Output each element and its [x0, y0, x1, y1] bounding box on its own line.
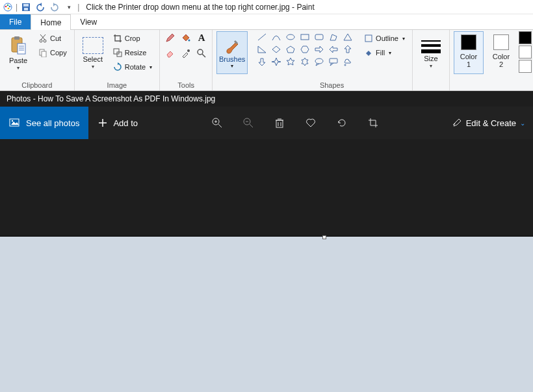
svg-point-2: [7, 4, 9, 6]
svg-marker-48: [11, 122, 19, 125]
svg-point-27: [287, 34, 294, 40]
shape-callout-cloud[interactable]: [341, 56, 354, 68]
palette-color[interactable]: [519, 31, 532, 44]
shape-triangle[interactable]: [341, 31, 354, 43]
color2-swatch: [493, 34, 509, 50]
tab-view[interactable]: View: [71, 14, 106, 29]
group-label-clipboard: Clipboard: [4, 80, 70, 90]
tab-home[interactable]: Home: [31, 14, 71, 30]
text-tool[interactable]: A: [195, 31, 208, 44]
shape-right-triangle[interactable]: [255, 44, 268, 55]
size-button[interactable]: Size ▾: [417, 31, 445, 74]
svg-marker-35: [301, 46, 309, 53]
fill-label: Fill: [376, 49, 385, 57]
svg-rect-10: [18, 44, 25, 54]
shape-callout-rect[interactable]: [327, 56, 340, 68]
shape-curve[interactable]: [270, 31, 283, 43]
paste-button[interactable]: Paste ▾: [4, 31, 32, 74]
magnifier-tool[interactable]: [195, 47, 208, 60]
shape-hexagon[interactable]: [298, 44, 311, 55]
chevron-down-icon: ▾: [402, 36, 405, 42]
shape-rect[interactable]: [298, 31, 311, 43]
color1-label: Color 1: [460, 53, 477, 68]
select-button[interactable]: Select ▾: [79, 31, 107, 74]
save-button[interactable]: [20, 1, 32, 13]
crop-button[interactable]: [358, 107, 389, 139]
svg-point-4: [8, 7, 10, 9]
shape-diamond[interactable]: [270, 44, 283, 55]
chevron-down-icon: ▾: [389, 50, 391, 56]
svg-line-17: [40, 34, 45, 40]
undo-button[interactable]: [34, 1, 46, 13]
color-picker-tool[interactable]: [179, 47, 192, 60]
add-to-button[interactable]: Add to: [88, 107, 147, 139]
shape-roundrect[interactable]: [313, 31, 326, 43]
group-label-size: [417, 80, 445, 90]
edit-create-button[interactable]: Edit & Create ⌄: [444, 118, 533, 128]
shape-arrow-left[interactable]: [327, 44, 340, 55]
eraser-tool[interactable]: [164, 47, 177, 60]
palette-color[interactable]: [519, 46, 532, 59]
copy-button[interactable]: Copy: [35, 46, 70, 60]
delete-button[interactable]: [264, 107, 295, 139]
shape-6star[interactable]: [298, 56, 311, 68]
see-all-photos-button[interactable]: See all photos: [0, 107, 88, 139]
customize-qat-button[interactable]: ▾: [63, 1, 75, 13]
shape-5star[interactable]: [284, 56, 297, 68]
svg-rect-29: [315, 34, 323, 40]
separator: |: [77, 3, 79, 12]
paste-label: Paste: [9, 57, 27, 64]
zoom-out-button[interactable]: [233, 107, 264, 139]
rotate-button[interactable]: Rotate ▾: [110, 60, 155, 74]
shapes-gallery[interactable]: [255, 31, 354, 68]
zoom-in-button[interactable]: [202, 107, 233, 139]
shape-oval[interactable]: [284, 31, 297, 43]
fill-tool[interactable]: [179, 31, 192, 44]
svg-rect-46: [365, 35, 372, 42]
shape-arrow-up[interactable]: [341, 44, 354, 55]
photos-titlebar: Photos - How To Save A Screenshot As PDF…: [0, 91, 533, 107]
svg-point-22: [188, 40, 190, 42]
shape-pentagon[interactable]: [284, 44, 297, 55]
svg-marker-40: [272, 58, 281, 66]
svg-point-23: [187, 49, 190, 52]
group-brushes: Brushes ▾: [213, 30, 252, 90]
color2-button[interactable]: Color 2: [486, 31, 516, 74]
shape-polygon[interactable]: [327, 31, 340, 43]
favorite-button[interactable]: [295, 107, 326, 139]
shape-line[interactable]: [255, 31, 268, 43]
chevron-down-icon: ▾: [150, 64, 152, 70]
fill-button[interactable]: Fill ▾: [361, 46, 408, 60]
photos-toolbar: See all photos Add to Edit & Create ⌄: [0, 107, 533, 139]
group-label-image: Image: [79, 80, 155, 90]
tab-file[interactable]: File: [0, 14, 31, 29]
color1-button[interactable]: Color 1: [454, 31, 484, 74]
ribbon: Paste ▾ Cut Copy Clipboard Select ▾: [0, 30, 533, 91]
color1-swatch: [461, 34, 476, 50]
palette-color[interactable]: [519, 60, 532, 73]
shape-arrow-right[interactable]: [313, 44, 326, 55]
outline-button[interactable]: Outline ▾: [361, 31, 408, 46]
group-label-brushes: [216, 80, 248, 90]
add-to-label: Add to: [113, 118, 138, 128]
chevron-down-icon: ▾: [430, 63, 432, 69]
cut-button[interactable]: Cut: [35, 31, 70, 46]
redo-button[interactable]: [49, 1, 60, 13]
resize-button[interactable]: Resize: [110, 46, 155, 60]
pencil-tool[interactable]: [164, 31, 177, 44]
brushes-button[interactable]: Brushes ▾: [216, 31, 248, 74]
shape-4star[interactable]: [270, 56, 283, 68]
group-label-tools: Tools: [164, 80, 208, 90]
svg-marker-37: [330, 46, 337, 53]
group-image: Select ▾ Crop Resize Rotate ▾ Image: [75, 30, 160, 90]
shape-callout-round[interactable]: [313, 56, 326, 68]
svg-rect-6: [23, 4, 29, 7]
svg-marker-42: [302, 58, 308, 66]
resize-handle[interactable]: [322, 235, 326, 239]
svg-rect-7: [24, 8, 28, 10]
select-label: Select: [83, 55, 103, 63]
chevron-down-icon: ⌄: [520, 120, 525, 127]
rotate-button[interactable]: [326, 107, 358, 139]
shape-arrow-down[interactable]: [255, 56, 268, 68]
crop-button[interactable]: Crop: [110, 31, 155, 46]
